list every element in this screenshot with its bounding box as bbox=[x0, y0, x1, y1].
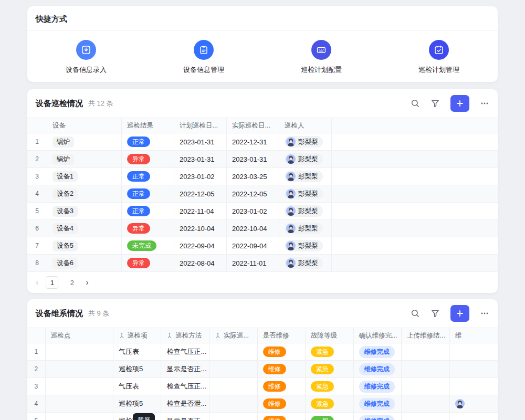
table-row[interactable]: 1 气压表 检查气压正... 维修 紧急 维修完成 bbox=[27, 343, 498, 361]
cell-inspector[interactable]: 彭梨梨 bbox=[279, 185, 332, 202]
cell-actual-date[interactable]: 2023-01-31 bbox=[227, 151, 279, 167]
add-record-button[interactable] bbox=[450, 95, 469, 112]
shortcut-device-entry[interactable]: 设备信息录入 bbox=[66, 40, 107, 75]
cell-actual[interactable] bbox=[209, 361, 258, 377]
table-row[interactable]: 1 锅炉 正常 2023-01-31 2022-12-31 彭梨梨 bbox=[27, 133, 498, 151]
cell-level[interactable]: 一般 bbox=[306, 413, 354, 420]
filter-icon[interactable] bbox=[430, 309, 440, 318]
cell-planned-date[interactable]: 2022-11-04 bbox=[174, 203, 227, 219]
cell-level[interactable]: 紧急 bbox=[306, 395, 354, 412]
cell-inspector[interactable]: 彭梨梨 bbox=[279, 133, 332, 150]
column-header-actual-date[interactable]: 实际巡检日... bbox=[227, 118, 279, 133]
filter-icon[interactable] bbox=[430, 99, 440, 108]
column-header-inspector[interactable]: 巡检人 bbox=[279, 118, 332, 133]
cell-repair[interactable]: 维修 bbox=[258, 343, 306, 360]
cell-actual-date[interactable]: 2023-01-02 bbox=[227, 203, 279, 219]
shortcut-plan-manage[interactable]: 巡检计划管理 bbox=[418, 40, 459, 75]
column-header-confirm[interactable]: 确认维修完... bbox=[354, 328, 402, 343]
table-row[interactable]: 6 设备4 异常 2022-10-04 2022-10-04 彭梨梨 bbox=[27, 220, 498, 237]
column-header-upload[interactable]: 上传维修结... bbox=[402, 328, 450, 343]
column-header-item[interactable]: 巡检项 bbox=[113, 328, 162, 343]
cell-result[interactable]: 正常 bbox=[122, 203, 174, 219]
cell-worker[interactable] bbox=[450, 378, 498, 395]
cell-device[interactable]: 锅炉 bbox=[47, 133, 122, 150]
cell-confirm[interactable]: 维修完成 bbox=[354, 343, 402, 360]
cell-item[interactable]: 气压表 bbox=[113, 343, 162, 360]
cell-item[interactable]: 巡检项5 bbox=[113, 395, 162, 412]
table-row[interactable]: 5 设备3 正常 2022-11-04 2023-01-02 彭梨梨 bbox=[27, 203, 498, 220]
cell-upload[interactable] bbox=[402, 378, 450, 395]
column-header-repair[interactable]: 是否维修 bbox=[258, 328, 306, 343]
cell-device[interactable]: 设备6 bbox=[47, 255, 122, 271]
cell-actual-date[interactable]: 2022-12-31 bbox=[227, 133, 279, 150]
cell-repair[interactable]: 维修 bbox=[258, 378, 306, 395]
cell-planned-date[interactable]: 2022-09-04 bbox=[174, 237, 227, 254]
pagination-prev[interactable]: ‹ bbox=[36, 278, 38, 287]
cell-result[interactable]: 正常 bbox=[122, 133, 174, 150]
cell-actual[interactable] bbox=[209, 343, 258, 360]
table-row[interactable]: 3 设备1 正常 2023-01-02 2023-03-25 彭梨梨 bbox=[27, 168, 498, 185]
table-row[interactable]: 4 设备2 正常 2022-12-05 2022-12-05 彭梨梨 bbox=[27, 185, 498, 203]
table-row[interactable]: 4 巡检项5 检查是否泄... 维修 紧急 维修完成 bbox=[27, 395, 498, 413]
cell-actual[interactable] bbox=[209, 395, 258, 412]
column-header-device[interactable]: 设备 bbox=[47, 118, 122, 133]
more-icon[interactable] bbox=[480, 309, 489, 318]
cell-item[interactable]: 气压表 bbox=[113, 378, 162, 395]
cell-upload[interactable] bbox=[402, 361, 450, 377]
cell-inspector[interactable]: 彭梨梨 bbox=[279, 203, 332, 219]
table-row[interactable]: 5 巡检项5 显示是否正... 维修 一般 维修完成 bbox=[27, 413, 498, 420]
pagination-page-1[interactable]: 1 bbox=[46, 276, 58, 289]
cell-method[interactable]: 显示是否正... bbox=[161, 361, 209, 377]
cell-planned-date[interactable]: 2023-01-02 bbox=[174, 168, 227, 185]
cell-worker[interactable] bbox=[450, 395, 498, 412]
cell-repair[interactable]: 维修 bbox=[258, 361, 306, 377]
column-header-actual[interactable]: 实际巡... bbox=[209, 328, 258, 343]
cell-result[interactable]: 异常 bbox=[122, 220, 174, 237]
cell-inspector[interactable]: 彭梨梨 bbox=[279, 237, 332, 254]
cell-confirm[interactable]: 维修完成 bbox=[354, 361, 402, 377]
shortcut-device-manage[interactable]: 设备信息管理 bbox=[183, 40, 224, 75]
cell-confirm[interactable]: 维修完成 bbox=[354, 378, 402, 395]
shortcut-plan-config[interactable]: 巡检计划配置 bbox=[301, 40, 342, 75]
cell-actual[interactable] bbox=[209, 378, 258, 395]
cell-planned-date[interactable]: 2022-12-05 bbox=[174, 185, 227, 202]
cell-result[interactable]: 异常 bbox=[122, 255, 174, 271]
table-row[interactable]: 8 设备6 异常 2022-08-04 2022-11-01 彭梨梨 bbox=[27, 255, 498, 272]
cell-result[interactable]: 未完成 bbox=[122, 237, 174, 254]
column-header-result[interactable]: 巡检结果 bbox=[122, 118, 174, 133]
column-header-planned-date[interactable]: 计划巡检日... bbox=[174, 118, 227, 133]
cell-device[interactable]: 锅炉 bbox=[47, 151, 122, 167]
cell-result[interactable]: 正常 bbox=[122, 185, 174, 202]
cell-device[interactable]: 设备1 bbox=[47, 168, 122, 185]
cell-inspector[interactable]: 彭梨梨 bbox=[279, 220, 332, 237]
cell-method[interactable]: 显示是否正... bbox=[161, 413, 209, 420]
table-row[interactable]: 7 设备5 未完成 2022-09-04 2022-09-04 彭梨梨 bbox=[27, 237, 498, 255]
cell-repair[interactable]: 维修 bbox=[258, 395, 306, 412]
cell-repair[interactable]: 维修 bbox=[258, 413, 306, 420]
search-icon[interactable] bbox=[411, 99, 420, 108]
cell-planned-date[interactable]: 2023-01-31 bbox=[174, 151, 227, 167]
add-record-button[interactable] bbox=[450, 305, 469, 322]
cell-upload[interactable] bbox=[402, 395, 450, 412]
cell-point[interactable] bbox=[46, 395, 113, 412]
cell-confirm[interactable]: 维修完成 bbox=[354, 395, 402, 412]
cell-method[interactable]: 检查气压正... bbox=[161, 343, 209, 360]
cell-actual-date[interactable]: 2023-03-25 bbox=[227, 168, 279, 185]
pagination-page-2[interactable]: 2 bbox=[66, 276, 78, 289]
pagination-next[interactable]: › bbox=[86, 278, 88, 287]
more-icon[interactable] bbox=[480, 99, 489, 108]
cell-upload[interactable] bbox=[402, 343, 450, 360]
cell-item[interactable]: 巡检项5 bbox=[113, 361, 162, 377]
table-row[interactable]: 3 气压表 检查气压正... 维修 紧急 维修完成 bbox=[27, 378, 498, 395]
cell-upload[interactable] bbox=[402, 413, 450, 420]
cell-level[interactable]: 紧急 bbox=[306, 378, 354, 395]
cell-planned-date[interactable]: 2022-08-04 bbox=[174, 255, 227, 271]
cell-point[interactable] bbox=[46, 413, 113, 420]
cell-actual-date[interactable]: 2022-09-04 bbox=[227, 237, 279, 254]
cell-inspector[interactable]: 彭梨梨 bbox=[279, 255, 332, 271]
cell-actual-date[interactable]: 2022-10-04 bbox=[227, 220, 279, 237]
cell-planned-date[interactable]: 2023-01-31 bbox=[174, 133, 227, 150]
column-header-worker[interactable]: 维 bbox=[450, 328, 498, 343]
cell-worker[interactable] bbox=[450, 361, 498, 377]
cell-worker[interactable] bbox=[450, 343, 498, 360]
